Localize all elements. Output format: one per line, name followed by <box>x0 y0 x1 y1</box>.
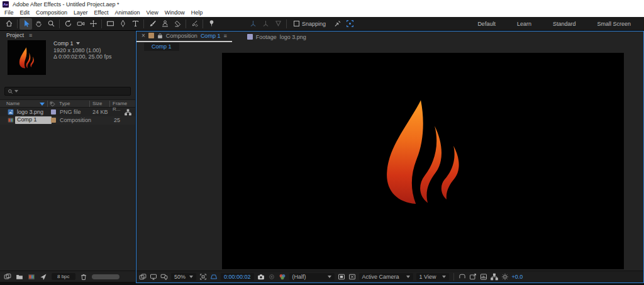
menu-window[interactable]: Window <box>162 9 188 16</box>
composition-viewport[interactable] <box>222 53 624 269</box>
preview-lock-icon[interactable] <box>139 273 147 281</box>
clone-stamp-tool[interactable] <box>158 18 171 30</box>
reset-exposure-icon[interactable] <box>501 273 509 281</box>
pan-behind-tool[interactable] <box>87 18 99 30</box>
menu-effect[interactable]: Effect <box>91 9 112 16</box>
menu-view[interactable]: View <box>143 9 161 16</box>
transparency-grid-icon[interactable] <box>338 273 345 281</box>
title-bar: Ae Adobe After Effects - Untitled Projec… <box>0 0 644 8</box>
resolution-dropdown[interactable]: (Half) <box>289 273 335 281</box>
selection-tool[interactable] <box>19 18 32 30</box>
show-channels-icon[interactable] <box>279 273 286 281</box>
show-snapshot-icon[interactable] <box>268 273 275 281</box>
preview-dimensions: 1920 x 1080 (1.00) <box>53 47 112 54</box>
home-button[interactable] <box>3 18 15 30</box>
table-row[interactable]: Comp 1 Composition 25 <box>0 116 135 125</box>
column-size[interactable]: Size <box>92 101 103 106</box>
snap-to-features[interactable] <box>343 18 356 30</box>
local-axis-mode[interactable] <box>247 18 259 30</box>
camera-tool[interactable] <box>74 18 87 30</box>
new-folder-icon[interactable] <box>16 273 23 281</box>
project-search-field[interactable] <box>4 87 131 96</box>
toggle-mask-visibility-icon[interactable] <box>458 273 466 281</box>
stamp-icon <box>161 20 169 28</box>
sort-descending-icon[interactable] <box>40 103 45 106</box>
close-icon[interactable]: × <box>142 32 145 39</box>
menu-edit[interactable]: Edit <box>17 9 33 16</box>
brush-icon <box>148 20 157 28</box>
label-color-chip[interactable] <box>51 118 56 123</box>
chevron-down-icon[interactable] <box>76 42 80 45</box>
bit-depth-button[interactable]: 8 bpc <box>52 273 75 280</box>
world-axis-mode[interactable] <box>259 18 272 30</box>
orbit-camera-tool[interactable] <box>62 18 74 30</box>
pixel-preview-icon[interactable] <box>469 273 477 281</box>
menu-help[interactable]: Help <box>188 9 206 16</box>
region-of-interest-icon[interactable] <box>199 273 207 281</box>
lock-icon[interactable] <box>157 33 163 39</box>
histogram-icon[interactable] <box>480 273 487 281</box>
subtab-comp1[interactable]: Comp 1 <box>144 43 179 51</box>
workspace-default[interactable]: Default <box>467 21 506 27</box>
eraser-tool[interactable] <box>171 18 184 30</box>
table-row[interactable]: logo 3.png PNG file 24 KB <box>0 108 135 116</box>
workspace-small-screen[interactable]: Small Screen <box>586 21 641 27</box>
snapshot-camera-icon[interactable] <box>257 273 265 281</box>
flowchart-icon[interactable] <box>491 273 498 281</box>
rectangle-tool[interactable] <box>104 18 116 30</box>
main-area: Project ≡ Comp 1 1920 x 1080 (1.00) Δ 0:… <box>0 31 644 285</box>
new-composition-icon[interactable] <box>28 273 35 281</box>
project-tab[interactable]: Project <box>6 32 24 38</box>
brush-tool[interactable] <box>146 18 158 30</box>
zoom-tool[interactable] <box>45 18 57 30</box>
snap-along-edges[interactable] <box>331 18 343 30</box>
roto-brush-tool[interactable] <box>188 18 201 30</box>
puppet-pin-tool[interactable] <box>205 18 218 30</box>
menu-layer[interactable]: Layer <box>70 9 91 16</box>
hand-tool[interactable] <box>32 18 45 30</box>
divider <box>89 101 90 107</box>
camera-dropdown[interactable]: Active Camera <box>359 273 413 281</box>
label-tag-icon[interactable] <box>50 101 55 107</box>
rectangle-icon <box>106 20 114 28</box>
horizontal-scrollbar[interactable] <box>92 274 119 279</box>
project-settings-icon[interactable] <box>40 273 47 281</box>
snap-frame-icon <box>346 20 354 28</box>
timecode-value: 0:00:00:02 <box>224 274 251 280</box>
tab-composition-comp1[interactable]: × Composition Comp 1 ≡ <box>136 31 232 42</box>
search-options-icon[interactable] <box>14 90 18 92</box>
workspace-standard[interactable]: Standard <box>542 21 587 27</box>
pushpin-icon <box>208 20 216 28</box>
snapping-checkbox[interactable] <box>294 21 299 26</box>
comp-mini-tabs: Comp 1 <box>136 42 643 52</box>
exposure-value[interactable]: +0.0 <box>512 274 523 280</box>
pixel-aspect-icon[interactable] <box>348 273 356 281</box>
workspace-learn[interactable]: Learn <box>506 21 542 27</box>
chevron-down-icon <box>189 276 193 278</box>
trash-icon[interactable] <box>80 273 87 281</box>
chevron-down-icon <box>406 276 410 278</box>
pen-tool[interactable] <box>116 18 129 30</box>
divider <box>17 20 18 28</box>
current-time-field[interactable]: 0:00:00:02 <box>221 273 254 281</box>
panel-menu-icon[interactable]: ≡ <box>223 33 226 39</box>
column-name[interactable]: Name <box>6 101 19 106</box>
menu-animation[interactable]: Animation <box>111 9 143 16</box>
magnification-dropdown[interactable]: 50% <box>171 273 196 281</box>
footage-interpretation-icon[interactable] <box>125 109 131 116</box>
safe-margins-icon[interactable] <box>210 273 218 281</box>
view-layout-dropdown[interactable]: 1 View <box>416 273 449 281</box>
video-camera-icon <box>77 20 85 28</box>
view-axis-mode[interactable] <box>272 18 284 30</box>
type-tool[interactable] <box>129 18 142 30</box>
column-type[interactable]: Type <box>59 101 70 106</box>
menu-composition[interactable]: Composition <box>33 9 70 16</box>
interpret-footage-icon[interactable] <box>4 273 11 281</box>
mirror-display-icon[interactable] <box>160 273 168 281</box>
menu-file[interactable]: File <box>1 9 17 16</box>
label-color-chip[interactable] <box>51 109 56 115</box>
panel-menu-icon[interactable]: ≡ <box>29 32 32 38</box>
display-icon[interactable] <box>150 273 157 281</box>
tab-footage-logo3[interactable]: Footage logo 3.png <box>241 31 313 42</box>
divider <box>186 20 186 28</box>
